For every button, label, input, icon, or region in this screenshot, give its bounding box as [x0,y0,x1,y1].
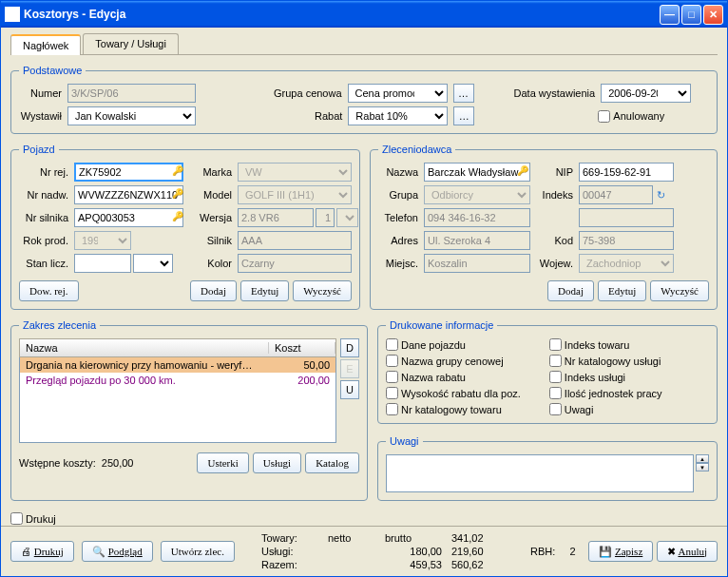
catalog-button[interactable]: Katalog [305,452,359,473]
notes-up-button[interactable]: ▲ [696,454,709,463]
issued-date[interactable]: 2006-09-20 [601,84,691,103]
vehicle-clear-button[interactable]: Wyczyść [293,280,352,301]
notes-textarea[interactable] [386,454,694,492]
notes-legend: Uwagi [386,435,423,447]
odo-input[interactable] [74,254,131,273]
notes-down-button[interactable]: ▼ [696,463,709,471]
chk-nazwa-rabatu[interactable]: Nazwa rabatu [386,371,521,383]
reg-input[interactable] [74,163,183,182]
client-name-input[interactable] [424,163,530,182]
search-icon: 🔍 [92,546,105,557]
region-label: Wojew. [539,258,573,269]
discount-select[interactable]: Rabat 10% [348,106,448,125]
chk-indeks-uslugi[interactable]: Indeks usługi [549,371,662,383]
vehicle-legend: Pojazd [19,144,59,155]
pricegroup-select[interactable]: Cena promocyjna [348,84,448,103]
index-input [579,185,653,204]
version-label: Wersja [194,212,232,223]
model-label: Model [194,189,232,201]
list-item[interactable]: Drgania na kierownicy przy hamowaniu - w… [20,357,335,373]
preview-button[interactable]: 🔍 Podgląd [82,541,153,562]
goods-brutto: 341,02 [451,532,508,544]
color-label: Kolor [194,258,232,269]
scope-d-button[interactable]: D [340,338,359,357]
print-button[interactable]: 🖨 Drukuj [10,541,74,562]
client-add-button[interactable]: Dodaj [547,280,594,301]
faults-button[interactable]: Usterki [197,452,248,473]
services-button[interactable]: Usługi [253,452,301,473]
rbh-label: RBH: [530,546,555,557]
scope-u-button[interactable]: U [340,380,359,399]
printer-icon: 🖨 [21,546,31,557]
year-label: Rok prod. [19,235,68,246]
chk-nr-kat-uslugi[interactable]: Nr katalogowy usługi [549,355,662,367]
goods-label: Towary: [261,532,318,544]
vehicle-edit-button[interactable]: Edytuj [240,280,289,301]
vehicle-add-button[interactable]: Dodaj [190,280,237,301]
client-group-select: Odbiorcy [424,185,530,204]
col-cost[interactable]: Koszt [269,342,335,354]
cancel-button[interactable]: ✖ Anuluj [657,541,718,562]
discount-more-button[interactable]: … [453,106,474,125]
window-title: Kosztorys - Edycja [24,8,660,21]
engine-input[interactable] [74,208,183,227]
color-input [238,254,352,273]
footer: 🖨 Drukuj 🔍 Podgląd Utwórz zlec. Towary: … [1,526,727,576]
chk-indeks-towaru[interactable]: Indeks towaru [549,338,662,351]
body-label: Nr nadw. [19,189,68,201]
chk-wysokosc-rabatu[interactable]: Wysokość rabatu dla poz. [386,387,521,399]
refresh-icon[interactable]: ↻ [657,189,665,202]
tab-header[interactable]: Nagłówek [10,34,81,55]
odo-label: Stan licz. [19,258,68,269]
cancelled-checkbox[interactable] [598,110,610,123]
doc-reg-button[interactable]: Dow. rej. [19,280,79,301]
save-button[interactable]: 💾 Zapisz [588,541,653,562]
create-order-button[interactable]: Utwórz zlec. [161,541,235,562]
number-input[interactable] [67,84,196,103]
basic-group: Podstawowe Numer Grupa cenowa Cena promo… [10,65,718,134]
minimize-button[interactable]: — [660,5,680,25]
city-label: Miejsc. [378,258,418,269]
nip-label: NIP [539,166,573,178]
print-checkbox-label: Drukuj [26,513,56,525]
prelim-value: 250,00 [102,457,134,469]
zip-input [579,231,674,250]
pricegroup-more-button[interactable]: … [453,84,474,103]
phone-label: Telefon [378,212,418,223]
odo-unit-select[interactable]: km [133,254,173,273]
printinfo-group: Drukowane informacje Dane pojazdu Nazwa … [377,319,718,424]
nip-input[interactable] [579,163,674,182]
col-name[interactable]: Nazwa [20,342,269,354]
list-item[interactable]: Przegląd pojazdu po 30 000 km. 200,00 [20,373,335,388]
chk-dane-pojazdu[interactable]: Dane pojazdu [386,338,521,351]
rbh-value: 2 [570,546,576,557]
titlebar: Kosztorys - Edycja — □ ✕ [1,1,727,28]
chk-nazwa-grupy[interactable]: Nazwa grupy cenowej [386,355,521,367]
client-legend: Zleceniodawca [378,144,455,155]
print-checkbox[interactable] [10,512,23,525]
maximize-button[interactable]: □ [681,5,701,25]
client-clear-button[interactable]: Wyczyść [650,280,709,301]
client-edit-button[interactable]: Edytuj [598,280,646,301]
close-button[interactable]: ✕ [703,5,723,25]
zip-label: Kod [539,235,573,246]
motor-input [238,231,352,250]
brand-label: Marka [194,166,232,178]
city-input [424,254,530,273]
scope-list[interactable]: Drgania na kierownicy przy hamowaniu - w… [19,357,336,443]
chk-nr-kat-towaru[interactable]: Nr katalogowy towaru [386,403,521,415]
chk-ilosc-jednostek[interactable]: Ilość jednostek pracy [549,387,662,399]
cancel-icon: ✖ [667,546,676,557]
total-brutto: 560,62 [451,559,508,570]
model-select: GOLF III (1H1) [238,185,352,204]
chk-uwagi[interactable]: Uwagi [549,403,662,415]
body-input[interactable] [74,185,183,204]
tab-bar: Nagłówek Towary / Usługi [10,33,718,55]
tab-goods[interactable]: Towary / Usługi [83,33,179,54]
cancelled-label: Anulowany [613,110,664,122]
phone-input [424,208,530,227]
services-net: 180,00 [385,546,442,557]
scope-list-header: Nazwa Koszt [19,338,336,357]
issuer-select[interactable]: Jan Kowalski [67,106,196,125]
services-label: Usługi: [261,546,318,557]
